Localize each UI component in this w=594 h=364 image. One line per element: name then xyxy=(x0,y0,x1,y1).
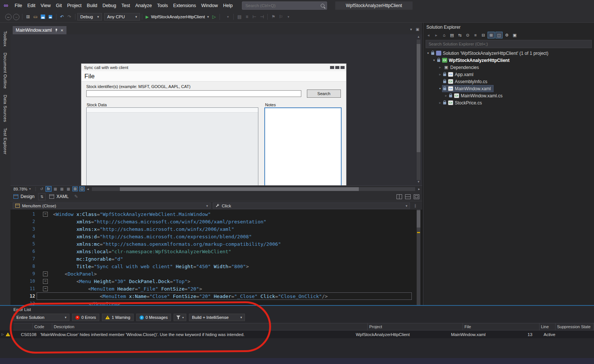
error-scope-select[interactable]: Entire Solution▾ xyxy=(13,314,69,321)
fold-collapse-icon[interactable]: − xyxy=(43,279,48,284)
document-tab-mainwindow-xaml[interactable]: MainWindow.xaml ✕ xyxy=(13,26,66,34)
fold-collapse-icon[interactable]: − xyxy=(43,272,48,276)
scroll-up-icon[interactable]: ▲ xyxy=(417,35,420,40)
sync-with-active-document-icon[interactable]: ⇆ xyxy=(456,32,463,38)
expander-collapsed-icon[interactable]: ▹ xyxy=(438,66,442,69)
scrollbar-thumb[interactable] xyxy=(417,210,420,228)
menu-git[interactable]: Git xyxy=(53,3,65,8)
open-file-icon[interactable]: ▭ xyxy=(32,13,39,21)
code-line-4[interactable]: 4 xmlns:d="http://schemas.microsoft.com/… xyxy=(10,233,422,240)
scrollbar-thumb[interactable] xyxy=(417,44,420,152)
code-line-8[interactable]: 8 Title="Sync call with web client" Heig… xyxy=(10,263,422,270)
code-line-7[interactable]: 7 mc:Ignorable="d" xyxy=(10,255,422,263)
editor-vertical-scrollbar[interactable] xyxy=(416,210,422,305)
code-line-11[interactable]: 11− <MenuItem Header="_File" FontSize="2… xyxy=(10,285,422,292)
stock-data-listview[interactable] xyxy=(86,107,258,185)
column-file[interactable]: File xyxy=(463,323,539,330)
fold-collapse-icon[interactable]: − xyxy=(43,212,48,217)
show-all-files-icon[interactable]: ⊞ xyxy=(488,32,495,38)
collapse-all-icon[interactable]: ⊟ xyxy=(480,32,487,38)
designer-vertical-scrollbar[interactable]: ▲ ▼ xyxy=(416,35,422,185)
redo-icon[interactable]: ↷ xyxy=(66,13,73,21)
start-debugging-button[interactable]: ▶ WpfStockAnalyzerHttpClient ▾ xyxy=(144,15,210,19)
error-source-select[interactable]: Build + IntelliSense▾ xyxy=(189,314,245,321)
xaml-editor[interactable]: 1−<Window x:Class="WpfStockAnalyzerWebCl… xyxy=(10,210,422,305)
wpf-designer-canvas[interactable]: Sync call with web client File Stock ide… xyxy=(10,34,422,185)
filter-button[interactable]: ▾ xyxy=(174,314,186,321)
navigate-forward-icon[interactable]: → xyxy=(13,14,19,20)
expander-collapsed-icon[interactable]: ▹ xyxy=(444,94,448,97)
object-dropdown[interactable]: MenuItem (Close) ▾ xyxy=(13,203,211,209)
horizontal-split-icon[interactable] xyxy=(405,194,411,199)
expander-expanded-icon[interactable]: ▾ xyxy=(438,87,442,90)
menu-debug[interactable]: Debug xyxy=(100,3,119,8)
tree-item-wpfstockanalyzerhttpclient[interactable]: ▾C#WpfStockAnalyzerHttpClient xyxy=(423,57,594,64)
snap-grid-icon[interactable]: ▦ xyxy=(59,187,64,191)
snap-to-snaplines-icon[interactable]: ⊞ xyxy=(72,186,78,191)
expander-collapsed-icon[interactable]: ▹ xyxy=(438,101,442,104)
code-line-12[interactable]: 12 <MenuItem x:Name="Close" FontSize="20… xyxy=(10,292,422,300)
switch-views-icon[interactable]: ▤ xyxy=(448,32,455,38)
scrollbar-thumb[interactable] xyxy=(120,187,359,191)
column-project[interactable]: Project xyxy=(368,323,463,330)
menu-test[interactable]: Test xyxy=(119,3,133,8)
bookmark-next-icon[interactable]: ⚐ xyxy=(277,13,284,21)
event-dropdown[interactable]: Click ▾ xyxy=(213,203,410,209)
menu-file[interactable]: File xyxy=(12,3,25,8)
menu-edit[interactable]: Edit xyxy=(25,3,38,8)
show-grid-icon[interactable]: ▦ xyxy=(53,187,58,191)
errors-filter-button[interactable]: ✕ 0 Errors xyxy=(72,314,99,321)
splitter-grip-icon[interactable]: ∥ xyxy=(414,204,416,208)
code-line-5[interactable]: 5 xmlns:mc="http://schemas.openxmlformat… xyxy=(10,240,422,248)
code-line-3[interactable]: 3 xmlns:x="http://schemas.microsoft.com/… xyxy=(10,225,422,233)
side-tab-data-sources[interactable]: Data Sources xyxy=(3,95,7,122)
column-line[interactable]: Line xyxy=(539,323,556,330)
code-line-6[interactable]: 6 xmlns:local="clr-namespace:WpfStockAna… xyxy=(10,248,422,255)
vertical-split-icon[interactable] xyxy=(396,194,402,199)
tab-design[interactable]: Design xyxy=(13,194,34,199)
solution-search-input[interactable] xyxy=(428,41,590,47)
solution-configuration-select[interactable]: Debug▾ xyxy=(77,13,102,21)
tree-item-app-xaml[interactable]: ▹<>App.xaml xyxy=(423,71,594,78)
menu-build[interactable]: Build xyxy=(84,3,100,8)
start-without-debugging-icon[interactable]: ▷ xyxy=(210,13,218,21)
menu-project[interactable]: Project xyxy=(65,3,84,8)
save-all-icon[interactable] xyxy=(47,13,54,21)
code-line-1[interactable]: 1−<Window x:Class="WpfStockAnalyzerWebCl… xyxy=(10,210,422,218)
solution-platform-select[interactable]: Any CPU▾ xyxy=(104,13,140,21)
code-line-9[interactable]: 9− <DockPanel> xyxy=(10,270,422,277)
preview-file-menu[interactable]: File xyxy=(81,73,97,80)
gridlines-icon[interactable]: ▦ xyxy=(66,187,71,191)
tree-item-dependencies[interactable]: ▹▣Dependencies xyxy=(423,64,594,71)
tree-item-assemblyinfo-cs[interactable]: C#AssemblyInfo.cs xyxy=(423,78,594,85)
column-suppression-state[interactable]: Suppression State xyxy=(556,323,594,330)
side-tab-test-explorer[interactable]: Test Explorer xyxy=(3,128,7,154)
bookmark-icon[interactable]: ⚑ xyxy=(270,13,277,21)
tree-item-stockprice-cs[interactable]: ▹C#StockPrice.cs xyxy=(423,99,594,106)
menu-view[interactable]: View xyxy=(38,3,53,8)
se-back-icon[interactable]: ◂ xyxy=(425,32,432,38)
side-tab-toolbox[interactable]: Toolbox xyxy=(3,31,7,47)
warnings-filter-button[interactable]: ! 1 Warning xyxy=(102,314,134,321)
code-line-10[interactable]: 10− <Menu Height="30" DockPanel.Dock="To… xyxy=(10,277,422,285)
code-line-2[interactable]: 2 xmlns="http://schemas.microsoft.com/wi… xyxy=(10,218,422,225)
messages-filter-button[interactable]: i 0 Messages xyxy=(136,314,171,321)
properties-icon[interactable]: ⚙ xyxy=(503,32,510,38)
close-icon[interactable]: ✕ xyxy=(60,28,63,32)
effects-toggle-icon[interactable]: fx xyxy=(46,186,52,192)
collapse-pane-icon[interactable] xyxy=(414,194,419,199)
pin-icon[interactable] xyxy=(55,29,58,32)
track-active-item-icon[interactable]: ◫ xyxy=(495,32,503,38)
notes-textbox[interactable] xyxy=(264,107,342,185)
scroll-left-icon[interactable]: ◂ xyxy=(86,187,90,191)
tree-item-mainwindow-xaml-cs[interactable]: ▹C#MainWindow.xaml.cs xyxy=(423,92,594,99)
home-icon[interactable]: ⌂ xyxy=(441,32,448,38)
scroll-down-icon[interactable]: ▼ xyxy=(417,180,420,185)
column-description[interactable]: Description xyxy=(52,323,368,330)
zoom-to-fit-icon[interactable]: ↺ xyxy=(39,187,44,191)
scroll-right-icon[interactable]: ▸ xyxy=(417,187,421,191)
menu-tools[interactable]: Tools xyxy=(155,3,171,8)
new-project-icon[interactable]: ⊞ xyxy=(24,13,32,21)
expander-expanded-icon[interactable]: ▾ xyxy=(426,51,430,55)
find-in-files-icon[interactable]: ≡ xyxy=(243,13,251,21)
